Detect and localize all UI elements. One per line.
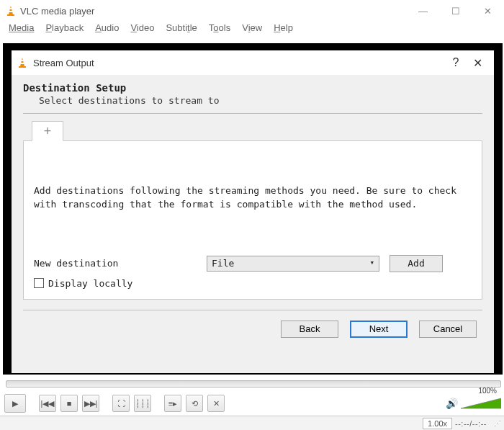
- display-locally-label: Display locally: [48, 278, 132, 289]
- volume-slider[interactable]: [461, 397, 501, 410]
- next-button[interactable]: Next: [350, 321, 408, 338]
- add-tab-button[interactable]: +: [32, 121, 63, 141]
- window-minimize-button[interactable]: —: [407, 0, 439, 22]
- next-button[interactable]: ▶▶|: [82, 395, 99, 412]
- playlist-icon: ≡▸: [168, 399, 177, 408]
- video-area: Stream Output ? ✕ Destination Setup Sele…: [3, 43, 503, 375]
- window-title: VLC media player: [20, 6, 407, 17]
- fullscreen-button[interactable]: ⛶: [112, 395, 130, 412]
- volume-percent: 100%: [478, 387, 497, 395]
- svg-rect-5: [19, 66, 26, 68]
- section-subtitle: Select destinations to stream to: [23, 95, 482, 106]
- help-text: Add destinations following the streaming…: [34, 184, 472, 212]
- divider: [23, 113, 482, 114]
- speaker-icon[interactable]: 🔊: [446, 398, 458, 409]
- shuffle-button[interactable]: ✕: [207, 395, 225, 412]
- checkbox-box: [34, 278, 44, 288]
- plus-icon: +: [44, 124, 52, 139]
- dialog-body: Destination Setup Select destinations to…: [12, 75, 494, 373]
- new-destination-row: New destination File Add: [34, 255, 472, 272]
- player-controls: ▶ |◀◀ ■ ▶▶| ⛶ ┆┆┆ ≡▸ ⟲ ✕ 🔊 100%: [4, 393, 501, 414]
- stream-output-dialog: Stream Output ? ✕ Destination Setup Sele…: [12, 50, 494, 373]
- menubar: Media Playback Audio Video Subtitle Tool…: [0, 22, 504, 37]
- settings-icon: ┆┆┆: [135, 399, 150, 408]
- destination-select[interactable]: File: [207, 256, 379, 272]
- svg-rect-1: [7, 14, 14, 16]
- svg-marker-0: [9, 6, 13, 14]
- next-icon: ▶▶|: [84, 399, 98, 408]
- vlc-cone-icon: [6, 5, 16, 17]
- vlc-cone-icon: [17, 57, 27, 68]
- back-button[interactable]: Back: [281, 321, 338, 338]
- tab-pane: Add destinations following the streaming…: [23, 140, 482, 300]
- stop-icon: ■: [67, 399, 72, 408]
- playlist-button[interactable]: ≡▸: [164, 395, 181, 412]
- display-locally-checkbox[interactable]: Display locally: [34, 278, 472, 289]
- stop-button[interactable]: ■: [60, 395, 78, 412]
- menu-playback[interactable]: Playback: [45, 22, 84, 33]
- menu-audio[interactable]: Audio: [95, 22, 119, 33]
- new-destination-label: New destination: [34, 258, 207, 269]
- resize-grip[interactable]: ⋰: [494, 419, 501, 427]
- extended-settings-button[interactable]: ┆┆┆: [134, 395, 151, 412]
- add-button[interactable]: Add: [390, 255, 443, 272]
- shuffle-icon: ✕: [213, 399, 220, 408]
- menu-view[interactable]: View: [242, 22, 262, 33]
- previous-button[interactable]: |◀◀: [39, 395, 56, 412]
- dialog-help-button[interactable]: ?: [445, 56, 467, 69]
- menu-media[interactable]: Media: [9, 22, 34, 33]
- svg-marker-8: [461, 398, 501, 408]
- close-icon: ✕: [484, 6, 492, 17]
- window-close-button[interactable]: ✕: [472, 0, 504, 22]
- status-bar: 1.00x --:--/--:-- ⋰: [0, 416, 504, 430]
- menu-video[interactable]: Video: [130, 22, 154, 33]
- svg-rect-2: [9, 8, 12, 9]
- dialog-title: Stream Output: [33, 58, 445, 68]
- previous-icon: |◀◀: [41, 399, 55, 408]
- seek-bar[interactable]: [6, 380, 501, 390]
- loop-icon: ⟲: [192, 399, 198, 408]
- dialog-footer: Back Next Cancel: [23, 310, 482, 338]
- svg-marker-4: [20, 58, 24, 66]
- menu-subtitle[interactable]: Subtitle: [166, 22, 197, 33]
- dialog-titlebar: Stream Output ? ✕: [12, 50, 494, 75]
- destination-select-value: File: [212, 258, 234, 269]
- minimize-icon: —: [418, 6, 428, 17]
- volume-area: 🔊 100%: [446, 397, 501, 410]
- seek-track: [6, 380, 501, 388]
- svg-rect-7: [21, 63, 24, 64]
- loop-button[interactable]: ⟲: [186, 395, 203, 412]
- add-button-label: Add: [408, 258, 424, 269]
- close-icon: ✕: [473, 57, 482, 69]
- time-display: --:--/--:--: [455, 419, 487, 428]
- fullscreen-icon: ⛶: [117, 399, 125, 408]
- maximize-icon: ☐: [451, 6, 460, 17]
- play-icon: ▶: [12, 399, 18, 408]
- cancel-button[interactable]: Cancel: [419, 321, 477, 338]
- section-title: Destination Setup: [23, 82, 482, 94]
- menu-tools[interactable]: Tools: [209, 22, 230, 33]
- dialog-close-button[interactable]: ✕: [467, 56, 488, 70]
- play-button[interactable]: ▶: [4, 394, 26, 413]
- help-icon: ?: [453, 56, 459, 68]
- playback-speed[interactable]: 1.00x: [423, 418, 452, 429]
- svg-rect-6: [21, 60, 24, 61]
- window-maximize-button[interactable]: ☐: [439, 0, 472, 22]
- svg-rect-3: [9, 11, 13, 12]
- menu-help[interactable]: Help: [274, 22, 293, 33]
- window-titlebar: VLC media player — ☐ ✕: [0, 0, 504, 22]
- tabs-area: + Add destinations following the streami…: [23, 121, 482, 300]
